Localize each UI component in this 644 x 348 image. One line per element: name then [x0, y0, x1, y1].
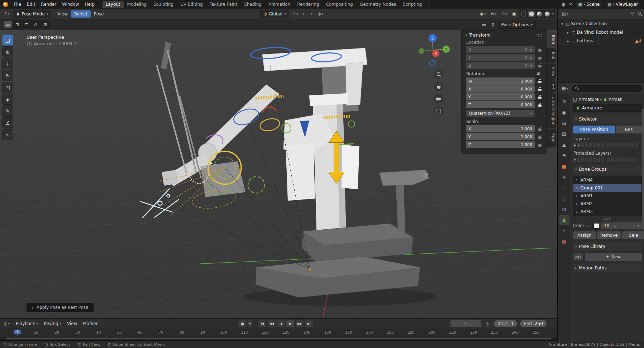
motion-paths-panel-header[interactable]: ▸ Motion Paths: [573, 264, 642, 272]
properties-tab-particles-icon[interactable]: ∴: [559, 183, 569, 193]
rotation-w-field[interactable]: W1.000: [466, 77, 535, 85]
orientation-selector[interactable]: ⊕ Global ▾: [260, 10, 289, 18]
rotate-tool-icon[interactable]: ↻: [2, 70, 13, 81]
color-swatch[interactable]: [593, 223, 599, 229]
select-mode-invert-icon[interactable]: ⊘: [32, 21, 40, 28]
skeleton-panel-header[interactable]: ▾ Skeleton: [573, 115, 642, 123]
sidebar-tab-tool[interactable]: Tool: [547, 48, 556, 62]
layer-cell[interactable]: [581, 143, 585, 148]
pan-hand-icon[interactable]: [434, 82, 443, 91]
lock-icon[interactable]: [537, 64, 543, 67]
shading-wireframe-button[interactable]: [520, 11, 527, 17]
pose-library-panel-header[interactable]: ▾ Pose Library: [573, 242, 642, 251]
workspace-tab-sculpting[interactable]: Sculpting: [150, 1, 177, 8]
workspace-tab-compositing[interactable]: Compositing: [323, 1, 356, 8]
operator-toast[interactable]: ▸ Apply Pose as Rest Pose: [27, 303, 94, 312]
list-resize-grip[interactable]: [604, 217, 611, 220]
scale-tool-icon[interactable]: ◳: [2, 82, 13, 93]
location-x-field[interactable]: X0 m: [466, 46, 535, 53]
location-y-field[interactable]: Y0 m: [466, 54, 535, 61]
transform-panel-header[interactable]: ▾ Transform: [466, 33, 543, 38]
properties-display-button[interactable]: ▤▾: [560, 85, 570, 91]
properties-tab-object-icon[interactable]: ■: [559, 161, 569, 171]
annotate-tool-icon[interactable]: ✎: [2, 105, 13, 117]
cursor-tool-icon[interactable]: ⊕: [2, 46, 13, 57]
menu-file[interactable]: File: [11, 1, 24, 8]
play-reverse-button[interactable]: ◀: [277, 320, 285, 327]
snap-toggle[interactable]: ∩: [301, 11, 307, 17]
bone-groups-panel-header[interactable]: ▾ Bone Groups: [573, 165, 642, 174]
mirror-x-icon[interactable]: ⋈: [480, 22, 488, 28]
start-frame-field[interactable]: Start 1: [494, 320, 517, 327]
auto-keying-button[interactable]: ●: [238, 320, 247, 327]
lock-icon[interactable]: [537, 79, 543, 83]
current-frame-indicator[interactable]: 1: [14, 330, 20, 334]
properties-scrollbar[interactable]: [642, 108, 644, 230]
shading-solid-button[interactable]: [528, 11, 535, 17]
properties-tab-tool-icon[interactable]: ⚙: [559, 97, 569, 107]
select-box-tool-icon[interactable]: ▢: [2, 34, 13, 46]
select-mode-subtract-icon[interactable]: ⊟: [22, 21, 31, 28]
properties-tab-world-icon[interactable]: ⊕: [559, 151, 569, 160]
properties-tab-texture-icon[interactable]: ▦: [559, 237, 569, 246]
layer-cell[interactable]: [634, 157, 638, 162]
select-mode-extend-icon[interactable]: ⊞: [13, 21, 22, 28]
layer-cell[interactable]: [615, 157, 618, 162]
lock-icon[interactable]: [537, 48, 543, 52]
mode-selector[interactable]: ♟ Pose Mode ▾: [13, 10, 52, 18]
select-button[interactable]: Sele: [622, 231, 644, 239]
timeline-menu-marker[interactable]: Marker: [80, 320, 101, 327]
transform-tool-icon[interactable]: ◈: [2, 94, 13, 105]
rotation-mode-dropdown[interactable]: Quaternion (WXYZ) ▾: [466, 110, 535, 117]
scene-selector[interactable]: ▦ ▾ Scene: [575, 1, 602, 8]
properties-tab-view-layer-icon[interactable]: ▤: [559, 129, 569, 139]
next-keyframe-button[interactable]: ▶▶: [295, 320, 304, 327]
sidebar-tab-paper[interactable]: Paper: [547, 129, 556, 147]
armature-name-field[interactable]: ♟ Armature: [573, 104, 642, 112]
pose-library-browse-button[interactable]: ▤▾: [573, 253, 583, 261]
layer-cell[interactable]: [611, 143, 614, 148]
pose-breakdowner-tool-icon[interactable]: ∿: [2, 129, 13, 140]
pose-position-button[interactable]: Pose Position: [573, 126, 615, 133]
lock-icon[interactable]: [537, 103, 543, 107]
show-visibility-button[interactable]: ◉▾: [478, 11, 487, 17]
outliner-item[interactable]: ▸▢bottons4: [558, 37, 644, 45]
workspace-tab-scripting[interactable]: Scripting: [400, 1, 425, 8]
bone-group-item[interactable]: ∷ARM4: [573, 176, 641, 184]
jump-start-button[interactable]: |◀: [258, 320, 267, 327]
sidebar-tab-view[interactable]: View: [547, 64, 556, 80]
layer-cell[interactable]: [626, 143, 630, 148]
properties-tab-output-icon[interactable]: ⊟: [559, 118, 569, 128]
breadcrumb-object[interactable]: Armature: [578, 97, 598, 102]
outliner-display-mode-button[interactable]: ▤▾: [560, 11, 570, 17]
shading-material-button[interactable]: [536, 11, 543, 17]
properties-tab-bone-icon[interactable]: ⋔: [559, 226, 569, 236]
bone-group-item[interactable]: ∷ARM3: [573, 208, 641, 216]
layer-cell[interactable]: [589, 143, 592, 148]
layer-cell[interactable]: [622, 157, 626, 162]
properties-tab-scene-icon[interactable]: ▲: [559, 140, 569, 150]
properties-tab-modifiers-icon[interactable]: ∗: [559, 172, 569, 182]
outliner-item[interactable]: ▾▢Scene Collection: [558, 19, 644, 28]
properties-tab-physics-icon[interactable]: ◌: [559, 194, 569, 203]
select-mode-set-icon[interactable]: ▭: [4, 21, 12, 28]
workspace-tab-uv-editing[interactable]: UV Editing: [177, 1, 206, 8]
properties-search-field[interactable]: [572, 85, 642, 92]
zoom-icon[interactable]: [434, 70, 443, 79]
layer-cell[interactable]: [585, 157, 588, 162]
location-z-field[interactable]: Z0 m: [466, 62, 535, 69]
layer-cell[interactable]: [573, 143, 577, 148]
assign-button[interactable]: Assign: [573, 231, 596, 239]
auto-keying-options-button[interactable]: ▾: [247, 320, 252, 327]
lock-icon[interactable]: [537, 95, 543, 99]
breadcrumb-data[interactable]: Armat: [609, 97, 622, 102]
end-frame-field[interactable]: End 250: [520, 320, 547, 327]
collapse-icon[interactable]: ▾: [560, 22, 564, 26]
navigation-gizmo[interactable]: Z Y X: [417, 33, 450, 66]
layer-cell[interactable]: [601, 157, 604, 162]
expand-icon[interactable]: ▸: [566, 30, 570, 34]
close-icon[interactable]: ✕: [568, 2, 573, 7]
sidebar-tab-item[interactable]: Item: [547, 32, 556, 47]
menu-help[interactable]: Help: [82, 1, 97, 8]
sidebar-tab-unreal-engine[interactable]: Unreal Engine: [547, 93, 556, 129]
